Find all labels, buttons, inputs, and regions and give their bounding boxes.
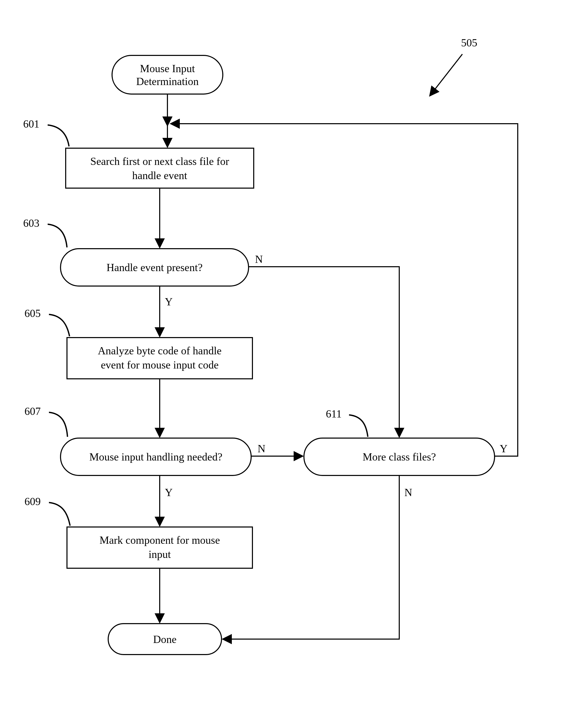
ref-611: 611 [326,408,368,437]
flowchart-diagram: Mouse Input Determination Search first o… [0,0,586,728]
ref-601: 601 [23,118,69,146]
ref-505-text: 505 [461,37,477,49]
node-605-l1: Analyze byte code of handle [98,345,221,357]
yn-603-n: N [255,253,263,265]
ref-609-text: 609 [24,496,41,508]
node-605: Analyze byte code of handle event for mo… [67,338,252,379]
yn-603-y: Y [165,296,172,308]
svg-rect-3 [67,338,252,379]
node-609-l1: Mark component for mouse [100,534,220,546]
ref-605-text: 605 [24,307,41,319]
node-done-text: Done [153,633,177,645]
node-start: Mouse Input Determination [112,55,223,94]
yn-611-n: N [404,487,412,498]
node-601: Search first or next class file for hand… [66,148,254,188]
edge-603-no [248,267,399,436]
yn-607-y: Y [165,487,172,498]
ref-603-text: 603 [23,217,39,229]
node-609-l2: input [149,548,171,560]
node-609: Mark component for mouse input [67,527,252,568]
ref-505: 505 [430,37,477,95]
ref-607: 607 [24,405,68,437]
ref-605: 605 [24,307,70,336]
ref-607-text: 607 [24,405,41,417]
svg-rect-0 [112,55,223,94]
ref-601-text: 601 [23,118,39,130]
node-start-l2: Determination [136,76,199,87]
node-603-text: Handle event present? [106,262,203,274]
ref-609: 609 [24,496,70,526]
node-605-l2: event for mouse input code [101,359,218,371]
node-607: Mouse input handling needed? [60,438,251,475]
node-601-l1: Search first or next class file for [90,155,229,167]
node-611-text: More class files? [363,451,436,463]
svg-line-8 [430,54,462,95]
node-611: More class files? [304,438,495,475]
ref-603: 603 [23,217,67,248]
node-607-text: Mouse input handling needed? [89,451,222,463]
svg-rect-1 [66,148,254,188]
node-603: Handle event present? [60,249,248,286]
yn-607-n: N [258,443,265,454]
svg-rect-6 [67,527,252,568]
ref-611-text: 611 [326,408,342,420]
node-done: Done [108,624,221,654]
yn-611-y: Y [500,443,507,454]
node-start-l1: Mouse Input [140,62,195,75]
node-601-l2: handle event [132,170,187,181]
